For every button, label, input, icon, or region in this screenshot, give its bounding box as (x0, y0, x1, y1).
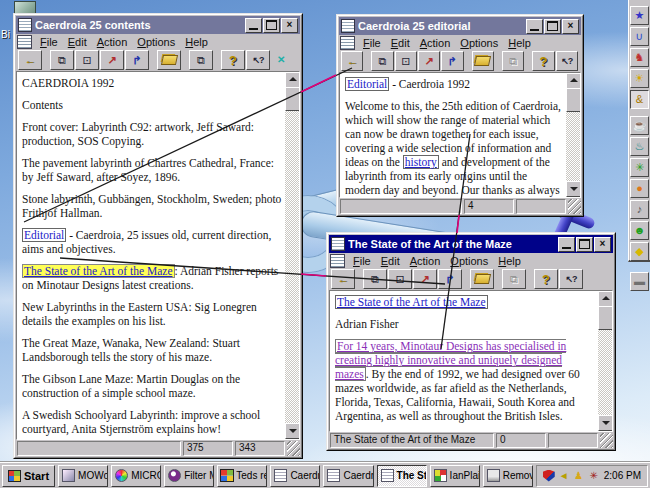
scroll-thumb[interactable] (566, 88, 581, 112)
toolbar-button-copy[interactable] (363, 269, 387, 289)
window-caerdroia-contents[interactable]: Caerdroia 25 contents×FileEditActionOpti… (13, 13, 303, 459)
toolbar-button-pages[interactable] (502, 51, 524, 71)
task-button-teds-ren-[interactable]: Teds ren... (217, 465, 267, 487)
toolbar-button-exit[interactable] (18, 50, 42, 70)
task-button-removab-[interactable]: Removab... (483, 465, 533, 487)
toolbar-button-open[interactable] (470, 269, 494, 289)
menu-action[interactable]: Action (416, 37, 455, 49)
hyperlink[interactable]: The State of the Art of the Maze (335, 295, 488, 309)
menu-options[interactable]: Options (456, 37, 502, 49)
scroll-thumb[interactable] (285, 87, 300, 111)
dock-icon-8[interactable]: ✳ (630, 158, 649, 177)
toolbar-button-branch[interactable] (438, 269, 462, 289)
menu-options[interactable]: Options (446, 255, 492, 267)
toolbar-button-context-help[interactable] (556, 51, 578, 71)
scroll-up-button[interactable] (285, 72, 300, 88)
toolbar-button-context-help[interactable] (246, 50, 270, 70)
minimize-button[interactable] (526, 19, 543, 34)
scroll-thumb[interactable] (598, 306, 613, 330)
task-button-caerdroia-[interactable]: Caerdroia... (323, 465, 373, 487)
menu-file[interactable]: File (349, 255, 375, 267)
scan-icon[interactable]: ✳ (588, 470, 600, 482)
dock-icon-9[interactable]: ● (630, 179, 649, 198)
toolbar-button-redirect[interactable] (100, 50, 124, 70)
resize-grip[interactable] (287, 441, 300, 456)
toolbar-button-open[interactable] (157, 50, 181, 70)
menu-edit[interactable]: Edit (64, 36, 91, 48)
vertical-scrollbar[interactable] (285, 72, 299, 439)
toolbar-button-copy-special[interactable] (388, 269, 412, 289)
menu-edit[interactable]: Edit (387, 37, 414, 49)
notes-icon[interactable] (17, 35, 32, 49)
titlebar[interactable]: Caerdroia 25 editorial× (339, 17, 581, 35)
scroll-down-button[interactable] (598, 415, 613, 431)
window-caerdroia-editorial[interactable]: Caerdroia 25 editorial×FileEditActionOpt… (336, 14, 584, 217)
volume-icon[interactable]: ◄ (558, 470, 570, 482)
maximize-button[interactable] (544, 19, 561, 34)
window-state-of-art[interactable]: The State of the Art of the Maze×FileEdi… (326, 232, 616, 451)
dock-icon-5[interactable]: & (630, 90, 649, 109)
notes-icon[interactable] (340, 36, 355, 50)
menu-file[interactable]: File (36, 36, 62, 48)
toolbar-button-exit[interactable] (331, 269, 355, 289)
toolbar-button-help[interactable] (534, 269, 558, 289)
dock-icon-6[interactable]: ☕ (630, 116, 649, 135)
scroll-up-button[interactable] (598, 291, 613, 307)
hyperlink[interactable]: Editorial (22, 228, 66, 242)
toolbar-button-exit[interactable] (341, 51, 363, 71)
menu-action[interactable]: Action (93, 36, 132, 48)
titlebar[interactable]: Caerdroia 25 contents× (16, 16, 300, 34)
task-button-the-st-[interactable]: The St... (377, 465, 427, 487)
toolbar-button-copy-special[interactable] (395, 51, 417, 71)
notes-icon[interactable] (330, 254, 345, 268)
resize-grip[interactable] (600, 433, 613, 448)
vertical-scrollbar[interactable] (598, 291, 612, 431)
menu-file[interactable]: File (359, 37, 385, 49)
vertical-scrollbar[interactable] (566, 73, 580, 197)
menu-options[interactable]: Options (133, 36, 179, 48)
toolbar-button-open[interactable] (472, 51, 494, 71)
scroll-down-button[interactable] (285, 423, 300, 439)
toolbar-button-copy[interactable] (371, 51, 393, 71)
maximize-button[interactable] (576, 237, 593, 252)
scroll-up-button[interactable] (566, 73, 581, 89)
toolbar-button-pages[interactable] (502, 269, 526, 289)
agent-icon[interactable]: ♟ (573, 470, 585, 482)
toolbar-button-help[interactable] (221, 50, 245, 70)
scroll-down-button[interactable] (566, 181, 581, 197)
toolbar-button-branch[interactable] (125, 50, 149, 70)
task-button-filter-man-[interactable]: Filter Man... (164, 465, 214, 487)
hyperlink[interactable]: Editorial (345, 77, 389, 91)
task-button-ianplain-[interactable]: IanPlain... (430, 465, 480, 487)
minimize-button[interactable] (558, 237, 575, 252)
close-button[interactable]: × (562, 19, 579, 34)
dock-icon-11[interactable]: ☻ (630, 221, 649, 240)
menu-edit[interactable]: Edit (377, 255, 404, 267)
toolbar-button-branch[interactable] (441, 51, 463, 71)
toolbar-button-copy[interactable] (50, 50, 74, 70)
dock-icon-7[interactable]: ♨ (630, 137, 649, 156)
maximize-button[interactable] (263, 18, 280, 33)
hyperlink[interactable]: history (403, 155, 439, 169)
dock-icon-2[interactable]: ∪ (630, 27, 649, 46)
menu-help[interactable]: Help (504, 37, 535, 49)
menu-help[interactable]: Help (181, 36, 212, 48)
toolbar-button-pages[interactable] (189, 50, 213, 70)
toolbar-button-copy-special[interactable] (75, 50, 99, 70)
close-button[interactable]: × (594, 237, 611, 252)
dock-icon-1[interactable]: ★ (630, 6, 649, 25)
toolbar-button-redirect[interactable] (418, 51, 440, 71)
menu-action[interactable]: Action (406, 255, 445, 267)
menu-help[interactable]: Help (494, 255, 525, 267)
toolbar-button-context-help[interactable] (559, 269, 583, 289)
toolbar-button-help[interactable] (532, 51, 554, 71)
task-button-moworks[interactable]: MOWorks (58, 465, 108, 487)
dock-icon-4[interactable]: ☀ (630, 69, 649, 88)
minimize-button[interactable] (245, 18, 262, 33)
titlebar[interactable]: The State of the Art of the Maze× (329, 235, 613, 253)
dock-icon-3[interactable]: ♞ (630, 48, 649, 67)
task-button-caerdroia-[interactable]: Caerdroia... (270, 465, 320, 487)
vshield-icon[interactable] (543, 470, 555, 482)
dock-icon-12[interactable]: ◆ (630, 242, 649, 261)
toolbar-button-redirect[interactable] (413, 269, 437, 289)
